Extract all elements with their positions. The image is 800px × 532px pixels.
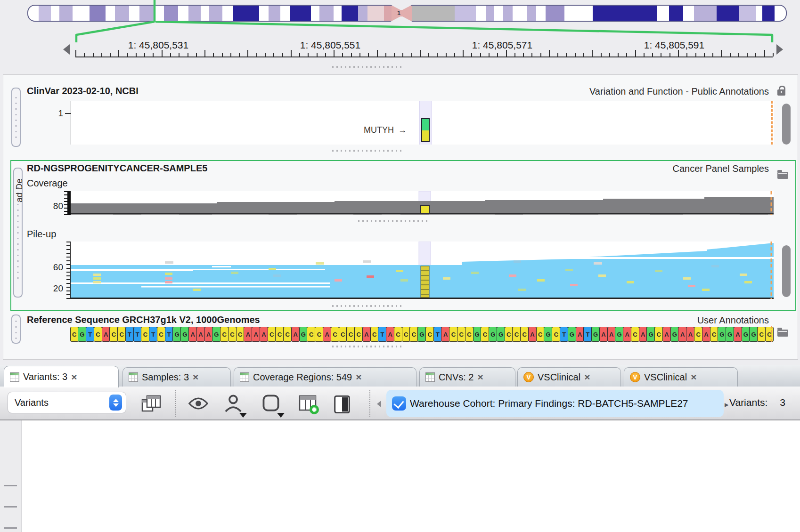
tab-vsclinical[interactable]: VVSClinical×	[624, 367, 738, 387]
sequence-base: A	[662, 327, 671, 342]
clinvar-track-drag-handle[interactable]	[11, 88, 21, 147]
view-tab-bar: Variants: 3×Samples: 3×Coverage Regions:…	[0, 365, 800, 387]
sequence-base: A	[260, 327, 268, 342]
sequence-base: G	[180, 327, 189, 342]
sequence-base: C	[109, 327, 118, 342]
sequence-base: C	[449, 327, 457, 342]
sequence-base: G	[489, 327, 497, 342]
sequence-base: G	[718, 327, 726, 342]
row-resize-dash[interactable]	[4, 485, 17, 486]
tab-close-icon[interactable]: ×	[356, 372, 361, 382]
reference-track-group-label: User Annotations	[697, 315, 769, 326]
reference-resize-handle[interactable]	[332, 346, 403, 347]
row-handle-column[interactable]	[0, 420, 22, 532]
sequence-base: G	[172, 327, 181, 342]
chromosome-number-label: 1	[397, 9, 400, 16]
ruler-resize-handle[interactable]	[332, 66, 403, 68]
vsclinical-icon: V	[523, 372, 534, 382]
add-table-icon[interactable]	[299, 395, 319, 417]
sequence-base: C	[70, 327, 79, 342]
sequence-base: C	[94, 327, 102, 342]
centromere-pinch	[391, 16, 412, 22]
pileup-scrollbar[interactable]	[782, 245, 791, 297]
tab-close-icon[interactable]: ×	[477, 372, 483, 382]
table-icon	[10, 372, 19, 382]
ruler-scroll-right-arrow[interactable]	[776, 44, 783, 55]
tab-vsclinical[interactable]: VVSClinical×	[517, 367, 621, 387]
sequence-base: C	[307, 327, 315, 342]
sequence-base: G	[591, 327, 600, 342]
tab-close-icon[interactable]: ×	[584, 372, 590, 382]
sequence-base: C	[402, 327, 410, 342]
record-filter-icon[interactable]	[262, 394, 280, 414]
sequence-base: G	[646, 327, 655, 342]
ruler-baseline	[75, 56, 773, 57]
clinvar-marker-bottom	[422, 130, 429, 142]
sequence-base: A	[196, 327, 205, 342]
chevron-down-icon[interactable]	[239, 413, 247, 418]
region-end-marker	[771, 326, 772, 342]
sequence-base: C	[315, 327, 323, 342]
sequence-base: C	[236, 327, 245, 342]
tab-close-icon[interactable]: ×	[71, 372, 77, 382]
sequence-base: C	[425, 327, 434, 342]
tab-close-icon[interactable]: ×	[691, 372, 696, 382]
select-stepper-icon[interactable]	[109, 395, 122, 411]
sequence-base: G	[749, 327, 758, 342]
tab-close-icon[interactable]: ×	[193, 372, 198, 382]
sample-track-group-label: Cancer Panel Samples	[672, 163, 769, 174]
clinvar-marker-top	[422, 119, 429, 130]
sequence-base: C	[457, 327, 465, 342]
sequence-base: C	[505, 327, 513, 342]
tab-label: Variants: 3	[23, 371, 67, 382]
sequence-base: C	[228, 327, 237, 342]
ruler-scroll-left-arrow[interactable]	[63, 44, 70, 55]
tab-label: Samples: 3	[142, 372, 189, 383]
sequence-base: C	[283, 327, 292, 342]
clinvar-resize-handle[interactable]	[332, 150, 403, 152]
variants-count-value: 3	[780, 397, 785, 408]
reference-track-drag-handle[interactable]	[11, 314, 21, 344]
chevron-down-icon[interactable]	[277, 413, 285, 418]
visibility-eye-icon[interactable]	[188, 397, 208, 412]
column-manager-icon[interactable]	[141, 395, 162, 414]
folder-icon	[777, 330, 788, 337]
clip-arrow-icon[interactable]: ▸	[725, 400, 729, 410]
sequence-base: T	[433, 327, 442, 342]
sequence-base: A	[291, 327, 300, 342]
filter-checkbox[interactable]	[392, 396, 406, 411]
tab-samples-3[interactable]: Samples: 3×	[122, 367, 231, 387]
pileup-plot[interactable]	[71, 242, 774, 299]
coverage-axis-title: ad De	[14, 178, 24, 202]
sample-filter-icon[interactable]	[224, 394, 242, 414]
tab-cnvs-2[interactable]: CNVs: 2×	[419, 367, 515, 387]
clinvar-track-scrollbar[interactable]	[782, 104, 791, 145]
sequence-base: A	[441, 327, 449, 342]
warehouse-cohort-filter[interactable]: Warehouse Cohort: Primary Findings: RD-B…	[386, 390, 724, 417]
varseq-genome-browser: 1 1: 45,805,531 1: 45,805,551 1: 45,805,…	[0, 0, 800, 532]
coverage-plot[interactable]	[71, 191, 774, 215]
sequence-base: C	[157, 327, 165, 342]
table-icon	[129, 372, 138, 382]
sequence-base: G	[497, 327, 505, 342]
split-view-icon[interactable]	[334, 395, 351, 416]
lock-icon	[777, 89, 785, 96]
tab-coverage-regions-549[interactable]: Coverage Regions: 549×	[234, 367, 416, 387]
row-resize-dash[interactable]	[4, 506, 17, 508]
pileup-resize-handle[interactable]	[332, 305, 403, 307]
clinvar-plot[interactable]	[71, 101, 774, 145]
sequence-base: C	[552, 327, 560, 342]
row-resize-dash[interactable]	[4, 527, 17, 529]
clinvar-variant-marker[interactable]	[421, 118, 430, 142]
sequence-base: C	[536, 327, 545, 342]
tab-variants-3[interactable]: Variants: 3×	[4, 366, 119, 387]
coverage-resize-handle[interactable]	[358, 220, 429, 222]
sequence-base: C	[409, 327, 418, 342]
table-type-select-value: Variants	[15, 397, 49, 408]
table-type-select[interactable]: Variants	[8, 392, 126, 413]
variants-table	[0, 420, 800, 532]
table-toolbar: Variants Warehouse Cohort: Primary Findi…	[0, 387, 800, 420]
collapse-left-icon[interactable]	[377, 401, 381, 407]
sequence-base: C	[694, 327, 702, 342]
chromosome-ideogram[interactable]: 1	[27, 5, 787, 22]
